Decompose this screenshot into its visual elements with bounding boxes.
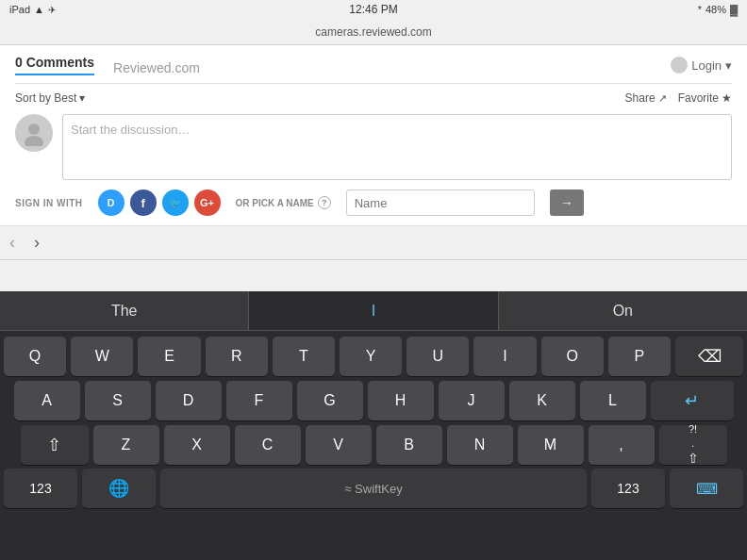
keyboard-row-3: ⇧ Z X C V B N M , ?! . ⇧ [4, 425, 743, 465]
svg-point-0 [28, 124, 40, 135]
share-button[interactable]: Share ↗ [625, 91, 667, 105]
key-s[interactable]: S [85, 381, 151, 420]
key-i[interactable]: I [473, 337, 536, 376]
keyboard: The I On Q W E R T Y U I O P ⌫ A S D F G… [0, 291, 747, 560]
comment-input-area: Start the discussion… [15, 114, 732, 180]
comment-placeholder: Start the discussion… [71, 123, 190, 137]
reviewed-tab[interactable]: Reviewed.com [113, 60, 200, 75]
predict-right[interactable]: On [499, 291, 747, 330]
name-input[interactable] [346, 189, 535, 216]
key-u[interactable]: U [407, 337, 469, 376]
status-left: iPad ▲ ✈ [9, 4, 56, 15]
predictive-row: The I On [0, 291, 747, 331]
predict-left[interactable]: The [0, 291, 249, 330]
swiftkey-label: SwiftKey [355, 482, 403, 496]
share-label: Share [625, 91, 656, 105]
facebook-button[interactable]: f [130, 189, 157, 216]
key-123-left-label: 123 [29, 481, 51, 496]
key-d[interactable]: D [156, 381, 222, 420]
star-icon: ★ [722, 91, 732, 105]
twitter-icon: 🐦 [169, 197, 182, 209]
favorite-button[interactable]: Favorite ★ [678, 91, 732, 105]
key-a[interactable]: A [14, 381, 80, 420]
globe-icon: 🌐 [108, 478, 129, 499]
social-icons: D f 🐦 G+ [98, 189, 221, 216]
key-comma[interactable]: , [589, 425, 655, 465]
key-v[interactable]: V [306, 425, 372, 465]
carrier-label: iPad [9, 4, 30, 15]
special-chars-icon: ?! [689, 423, 697, 436]
twitter-button[interactable]: 🐦 [162, 189, 189, 216]
key-x[interactable]: X [164, 425, 230, 465]
battery-icon: ▓ [730, 4, 738, 15]
shift-right-arrow-icon: ⇧ [688, 451, 699, 467]
facebook-icon: f [141, 196, 144, 210]
key-l[interactable]: L [580, 381, 646, 420]
browser-bar: cameras.reviewed.com [0, 19, 747, 45]
url-display: cameras.reviewed.com [315, 25, 431, 39]
shift-right-key[interactable]: ?! . ⇧ [659, 425, 727, 465]
key-t[interactable]: T [273, 337, 335, 376]
key-m[interactable]: M [518, 425, 584, 465]
key-c[interactable]: C [235, 425, 301, 465]
return-key[interactable]: ↵ [651, 381, 734, 420]
sort-row: Sort by Best ▾ Share ↗ Favorite ★ [15, 91, 732, 105]
signin-row: SIGN IN WITH D f 🐦 G+ OR PICK A NAME ? → [15, 189, 732, 216]
googleplus-button[interactable]: G+ [194, 189, 221, 216]
sort-chevron-icon: ▾ [79, 91, 85, 105]
disqus-button[interactable]: D [98, 189, 124, 216]
key-123-right-label: 123 [617, 481, 639, 496]
key-j[interactable]: J [439, 381, 505, 420]
key-rows: Q W E R T Y U I O P ⌫ A S D F G H J K L … [0, 331, 747, 469]
key-w[interactable]: W [71, 337, 133, 376]
signin-label: SIGN IN WITH [15, 198, 83, 208]
svg-point-1 [25, 136, 43, 146]
key-n[interactable]: N [447, 425, 513, 465]
question-icon[interactable]: ? [318, 196, 331, 209]
key-123-left[interactable]: 123 [4, 469, 77, 508]
key-h[interactable]: H [368, 381, 434, 420]
sort-label: Sort by Best [15, 91, 76, 105]
key-f[interactable]: F [226, 381, 292, 420]
predict-middle[interactable]: I [249, 291, 498, 330]
key-b[interactable]: B [376, 425, 442, 465]
signal-icon: ✈ [48, 5, 56, 15]
login-button[interactable]: Login ▾ [671, 57, 732, 74]
back-arrow-button[interactable]: ‹ [9, 233, 15, 253]
status-bar: iPad ▲ ✈ 12:46 PM * 48% ▓ [0, 0, 747, 19]
or-pick-label: OR PICK A NAME [236, 198, 314, 208]
space-key[interactable]: ≈ SwiftKey [160, 469, 587, 508]
key-k[interactable]: K [509, 381, 575, 420]
key-123-right[interactable]: 123 [591, 469, 665, 508]
period-char: . [691, 437, 694, 450]
chevron-down-icon: ▾ [725, 58, 732, 73]
arrow-right-icon: → [560, 195, 573, 210]
wifi-icon: ▲ [34, 4, 44, 15]
key-z[interactable]: Z [93, 425, 159, 465]
comments-container: 0 Comments Reviewed.com Login ▾ Sort by … [0, 45, 747, 226]
bluetooth-icon: * [698, 4, 702, 15]
backspace-key[interactable]: ⌫ [675, 337, 743, 376]
hide-keyboard-key[interactable]: ⌨ [670, 469, 743, 508]
key-y[interactable]: Y [340, 337, 402, 376]
sort-by-button[interactable]: Sort by Best ▾ [15, 91, 85, 105]
login-label: Login [691, 58, 722, 73]
battery-percent: 48% [706, 4, 726, 15]
status-time: 12:46 PM [349, 3, 397, 16]
key-q[interactable]: Q [4, 337, 66, 376]
key-r[interactable]: R [206, 337, 268, 376]
share-fav-row: Share ↗ Favorite ★ [625, 91, 732, 105]
shift-left-key[interactable]: ⇧ [21, 425, 89, 465]
hide-keyboard-icon: ⌨ [696, 480, 718, 498]
submit-button[interactable]: → [550, 189, 584, 216]
key-p[interactable]: P [608, 337, 671, 376]
forward-arrow-button[interactable]: › [34, 233, 40, 253]
keyboard-row-2: A S D F G H J K L ↵ [4, 381, 743, 420]
globe-key[interactable]: 🌐 [82, 469, 156, 508]
swiftkey-brand-icon: ≈ SwiftKey [344, 482, 402, 496]
key-o[interactable]: O [541, 337, 604, 376]
comments-tab[interactable]: 0 Comments [15, 55, 94, 75]
comment-text-area[interactable]: Start the discussion… [62, 114, 732, 180]
key-e[interactable]: E [138, 337, 200, 376]
key-g[interactable]: G [297, 381, 363, 420]
